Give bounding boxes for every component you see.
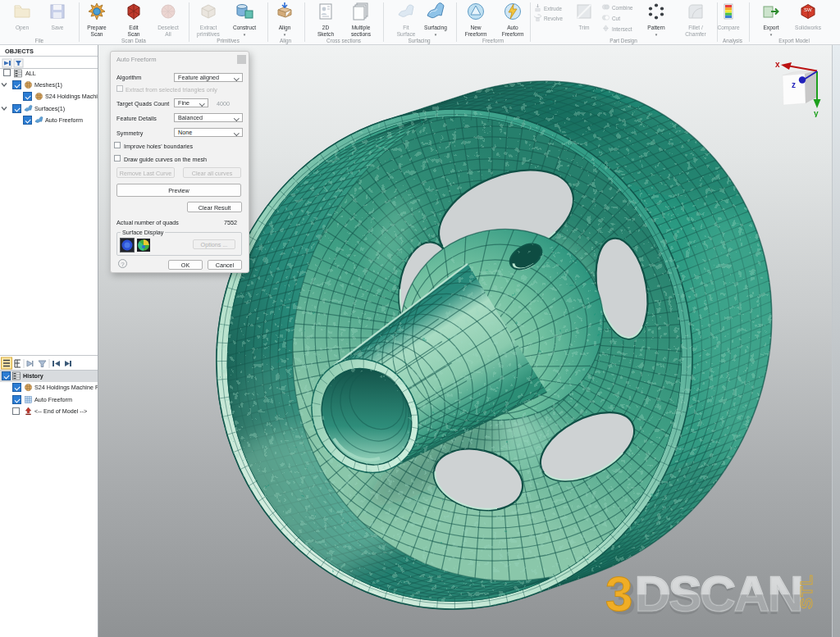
svg-text:y: y	[814, 109, 819, 117]
svg-text:STL: STL	[797, 574, 815, 609]
svg-text:DSCAN: DSCAN	[635, 566, 801, 621]
svg-text:3: 3	[605, 566, 632, 621]
svg-text:SW: SW	[804, 7, 812, 12]
svg-text:z: z	[792, 80, 796, 89]
svg-text:x: x	[775, 60, 780, 69]
